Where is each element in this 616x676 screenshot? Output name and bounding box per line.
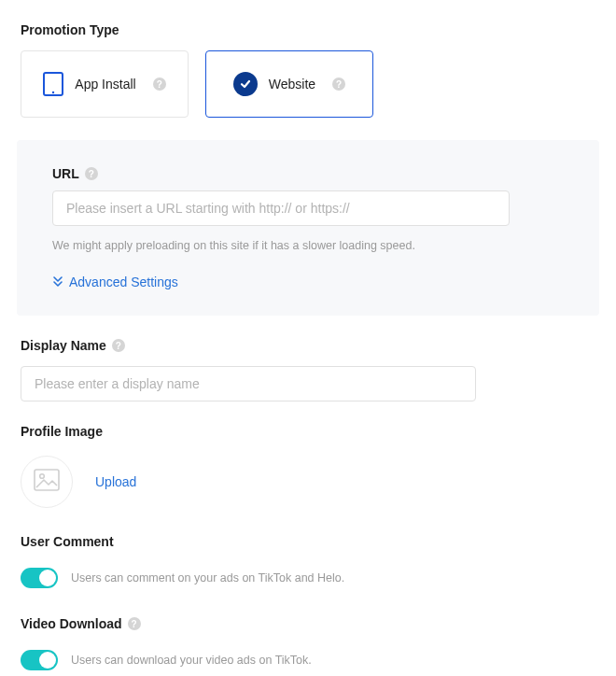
help-icon[interactable]: ? [128,617,141,630]
check-icon [233,72,258,96]
promotion-type-label: Promotion Type [21,22,616,37]
option-website-label: Website [269,77,315,92]
option-app-install[interactable]: App Install ? [21,50,189,118]
profile-image-label: Profile Image [21,424,616,439]
video-download-desc: Users can download your video ads on Tik… [71,654,312,667]
svg-point-4 [40,474,45,479]
user-comment-desc: Users can comment on your ads on TikTok … [71,571,344,584]
video-download-toggle[interactable] [21,650,58,670]
option-website[interactable]: Website ? [205,50,373,118]
image-placeholder-icon [34,469,60,495]
url-input[interactable] [52,190,510,226]
help-icon[interactable]: ? [332,77,345,91]
option-app-install-label: App Install [75,77,135,92]
user-comment-toggle[interactable] [21,568,58,588]
advanced-settings-link[interactable]: Advanced Settings [52,275,564,289]
upload-button[interactable]: Upload [95,474,136,489]
url-panel: URL ? We might apply preloading on this … [17,140,599,316]
svg-rect-3 [35,470,59,490]
url-hint: We might apply preloading on this site i… [52,239,564,252]
help-icon[interactable]: ? [153,77,166,91]
svg-rect-1 [47,76,60,90]
app-install-icon [43,72,63,96]
advanced-settings-label: Advanced Settings [69,275,178,289]
profile-image-thumbnail[interactable] [21,456,73,508]
video-download-label: Video Download ? [21,616,616,631]
help-icon[interactable]: ? [85,167,98,180]
chevron-down-double-icon [52,275,63,289]
url-label: URL ? [52,166,564,181]
user-comment-label: User Comment [21,534,616,549]
promotion-type-options: App Install ? Website ? [0,50,616,140]
display-name-input[interactable] [21,366,476,401]
display-name-label: Display Name ? [21,338,616,353]
help-icon[interactable]: ? [112,339,125,352]
svg-point-2 [52,92,54,93]
